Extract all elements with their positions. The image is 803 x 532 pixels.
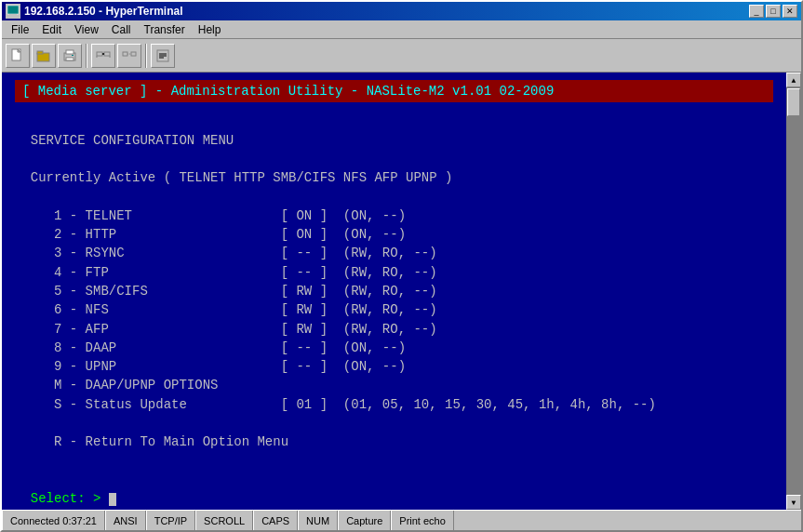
status-num: NUM [298, 511, 338, 530]
terminal-line-1: SERVICE CONFIGURATION MENU [15, 131, 773, 150]
svg-rect-0 [7, 6, 19, 14]
toolbar-sep-2 [145, 44, 147, 68]
terminal-area: [ Media server ] - Administration Utilit… [2, 73, 801, 510]
terminal-line-3: Currently Active ( TELNET HTTP SMB/CIFS … [15, 168, 773, 187]
menu-transfer[interactable]: Transfer [139, 22, 191, 37]
status-encoding: ANSI [105, 511, 146, 530]
terminal-header: [ Media server ] - Administration Utilit… [15, 80, 773, 102]
svg-rect-1 [9, 14, 17, 16]
scrollbar: ▲ ▼ [786, 73, 801, 510]
terminal-line-10: 6 - NFS [ RW ] (RW, RO, --) [15, 300, 773, 319]
close-button[interactable]: ✕ [783, 5, 797, 18]
window-title: 192.168.2.150 - HyperTerminal [24, 5, 183, 18]
window-controls: _ □ ✕ [749, 5, 797, 18]
scroll-down-button[interactable]: ▼ [786, 495, 801, 510]
terminal-line-11: 7 - AFP [ RW ] (RW, RO, --) [15, 320, 773, 339]
terminal-line-14: M - DAAP/UPNP OPTIONS [15, 376, 773, 394]
svg-rect-6 [37, 51, 43, 54]
terminal-line-2 [15, 150, 773, 168]
terminal-line-17: R - Return To Main Option Menu [15, 432, 773, 451]
terminal-line-20: Select: > [15, 489, 773, 508]
terminal-lines: SERVICE CONFIGURATION MENU Currently Act… [15, 112, 773, 508]
menu-call[interactable]: Call [106, 22, 137, 37]
toolbar-properties[interactable] [151, 44, 175, 68]
menu-edit[interactable]: Edit [36, 22, 67, 37]
svg-rect-2 [7, 16, 19, 17]
toolbar-print[interactable] [58, 44, 82, 68]
scroll-track[interactable] [786, 87, 801, 495]
svg-rect-11 [97, 52, 102, 56]
terminal-line-18 [15, 452, 773, 471]
svg-rect-9 [66, 58, 74, 60]
terminal-line-9: 5 - SMB/CIFS [ RW ] (RW, RO, --) [15, 282, 773, 300]
toolbar-new[interactable] [6, 44, 30, 68]
status-connection: Connected 0:37:21 [2, 511, 105, 530]
status-scroll: SCROLL [195, 511, 253, 530]
scroll-up-button[interactable]: ▲ [786, 73, 801, 87]
toolbar-disconnect[interactable] [117, 44, 141, 68]
terminal-content[interactable]: [ Media server ] - Administration Utilit… [2, 73, 786, 510]
terminal-line-19 [15, 471, 773, 489]
terminal-line-0 [15, 112, 773, 130]
terminal-line-13: 9 - UPNP [ -- ] (ON, --) [15, 357, 773, 376]
menu-bar: File Edit View Call Transfer Help [2, 20, 801, 39]
terminal-line-12: 8 - DAAP [ -- ] (ON, --) [15, 339, 773, 357]
title-bar: 192.168.2.150 - HyperTerminal _ □ ✕ [2, 2, 801, 20]
terminal-cursor [109, 493, 116, 506]
status-capture: Capture [338, 511, 391, 530]
terminal-line-4 [15, 187, 773, 206]
terminal-line-16 [15, 414, 773, 432]
svg-rect-17 [131, 52, 136, 56]
toolbar-open[interactable] [32, 44, 56, 68]
svg-rect-10 [72, 55, 74, 56]
title-bar-left: 192.168.2.150 - HyperTerminal [6, 4, 183, 19]
maximize-button[interactable]: □ [766, 5, 781, 18]
scroll-thumb[interactable] [787, 88, 800, 116]
app-icon [6, 4, 20, 19]
status-protocol: TCP/IP [146, 511, 195, 530]
terminal-line-8: 4 - FTP [ -- ] (RW, RO, --) [15, 263, 773, 282]
main-window: 192.168.2.150 - HyperTerminal _ □ ✕ File… [0, 0, 803, 532]
status-print-echo: Print echo [391, 511, 454, 530]
svg-rect-16 [123, 52, 127, 56]
toolbar-sep-1 [86, 44, 87, 68]
status-bar: Connected 0:37:21 ANSI TCP/IP SCROLL CAP… [2, 510, 801, 530]
terminal-line-5: 1 - TELNET [ ON ] (ON, --) [15, 206, 773, 225]
terminal-line-15: S - Status Update [ 01 ] (01, 05, 10, 15… [15, 395, 773, 414]
terminal-line-7: 3 - RSYNC [ -- ] (RW, RO, --) [15, 244, 773, 262]
svg-rect-12 [104, 52, 110, 56]
menu-help[interactable]: Help [193, 22, 227, 37]
menu-file[interactable]: File [6, 22, 34, 37]
svg-rect-8 [66, 50, 74, 54]
status-caps: CAPS [253, 511, 298, 530]
toolbar [2, 39, 801, 73]
menu-view[interactable]: View [69, 22, 104, 37]
minimize-button[interactable]: _ [749, 5, 764, 18]
terminal-line-6: 2 - HTTP [ ON ] (ON, --) [15, 225, 773, 244]
toolbar-connect[interactable] [91, 44, 115, 68]
